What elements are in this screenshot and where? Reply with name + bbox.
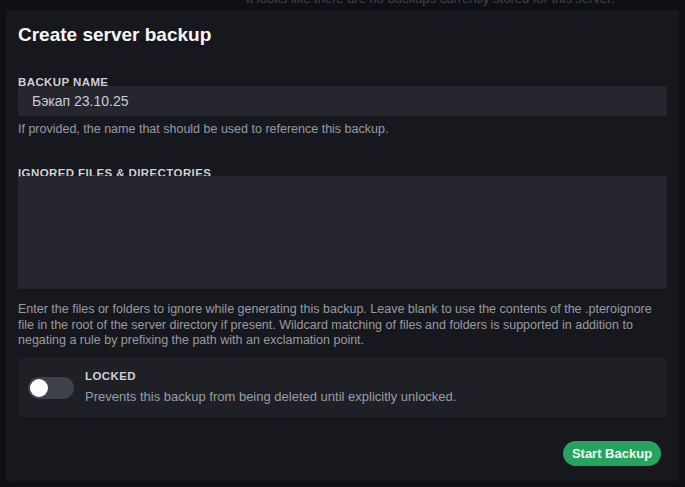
backups-page-background: It looks like there are no backups curre… (0, 0, 685, 487)
toggle-knob (30, 379, 48, 397)
locked-description: Prevents this backup from being deleted … (85, 389, 456, 404)
ignored-files-help-text: Enter the files or folders to ignore whi… (18, 302, 668, 349)
backup-name-input[interactable] (18, 86, 667, 116)
locked-toggle[interactable] (28, 377, 74, 399)
ignored-files-textarea[interactable] (18, 176, 667, 289)
background-empty-state-text: It looks like there are no backups curre… (246, 0, 615, 6)
modal-title: Create server backup (18, 24, 211, 46)
locked-label: LOCKED (85, 370, 136, 382)
locked-setting-box: LOCKED Prevents this backup from being d… (18, 358, 667, 417)
create-backup-modal: Create server backup BACKUP NAME If prov… (6, 10, 679, 481)
start-backup-button[interactable]: Start Backup (563, 441, 661, 466)
backup-name-help-text: If provided, the name that should be use… (18, 122, 668, 138)
